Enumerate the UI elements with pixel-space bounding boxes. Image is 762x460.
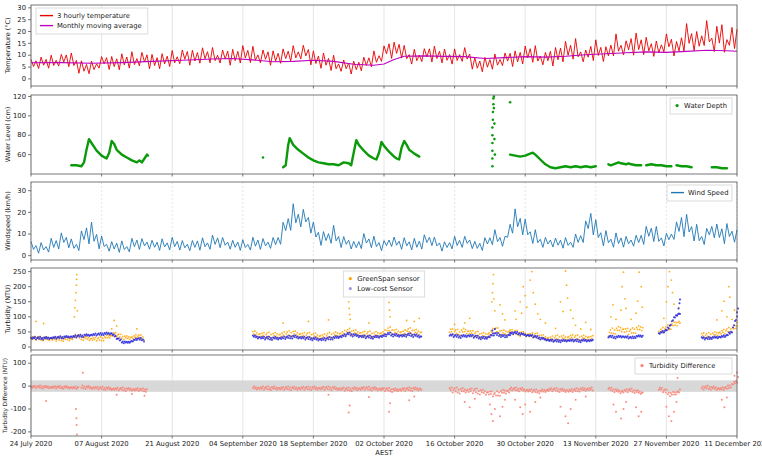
scatter-dot (38, 387, 40, 389)
scatter-dot (633, 389, 635, 391)
scatter-dot (460, 388, 462, 390)
scatter-dot (712, 332, 714, 334)
scatter-dot (487, 391, 489, 393)
scatter-dot (324, 333, 326, 335)
scatter-dot (380, 389, 382, 391)
scatter-dot (254, 334, 256, 336)
scatter-dot (268, 331, 270, 333)
scatter-dot (308, 321, 310, 323)
scatter-dot (76, 424, 78, 426)
scatter-dot (516, 331, 518, 333)
scatter-dot (295, 387, 297, 389)
panel-turbidity_difference: -200-1000100Turbidity Difference (NTU)Tu… (2, 355, 739, 439)
scatter-dot (641, 306, 643, 308)
scatter-dot (614, 336, 616, 338)
scatter-dot (286, 388, 288, 390)
scatter-dot (360, 332, 362, 334)
scatter-dot (93, 337, 95, 339)
scatter-dot (382, 331, 384, 333)
scatter-dot (560, 301, 562, 303)
scatter-dot (59, 385, 61, 387)
scatter-dot (94, 339, 96, 341)
scatter-dot (637, 329, 639, 331)
scatter-dot (505, 393, 507, 395)
y-tick-label: 50 (17, 328, 26, 336)
scatter-dot (499, 334, 501, 336)
scatter-dot (503, 392, 505, 394)
scatter-dot (534, 391, 536, 393)
scatter-dot (669, 271, 671, 273)
scatter-dot (114, 389, 116, 391)
scatter-dot (409, 389, 411, 391)
scatter-dot (342, 331, 344, 333)
legend-label: Monthly moving average (57, 22, 142, 30)
scatter-dot (409, 332, 411, 334)
scatter-dot (349, 328, 351, 330)
scatter-dot (633, 332, 635, 334)
scatter-dot (614, 391, 616, 393)
scatter-dot (610, 329, 612, 331)
scatter-dot (334, 386, 336, 388)
scatter-dot (61, 386, 63, 388)
scatter-dot (722, 331, 724, 333)
scatter-dot (381, 336, 383, 338)
scatter-dot (627, 328, 629, 330)
scatter-dot (479, 333, 481, 335)
scatter-dot (308, 336, 310, 338)
scatter-dot (590, 388, 592, 390)
scatter-dot (580, 341, 582, 343)
scatter-dot (538, 392, 540, 394)
scatter-dot (706, 387, 708, 389)
scatter-dot (290, 336, 292, 338)
scatter-dot (272, 333, 274, 335)
water-segment (71, 139, 148, 166)
scatter-dot (492, 283, 494, 285)
scatter-dot (305, 386, 307, 388)
scatter-dot (630, 329, 632, 331)
scatter-dot (615, 318, 617, 320)
scatter-dot (96, 340, 98, 342)
scatter-dot (716, 319, 718, 321)
scatter-dot (107, 337, 109, 339)
scatter-dot (467, 389, 469, 391)
scatter-dot (324, 337, 326, 339)
panel-water_level: 6080100120Water Level (cm)Water Depth (4, 93, 737, 177)
legend-label: Wind Speed (688, 189, 729, 197)
water-segment (283, 138, 419, 167)
scatter-dot (572, 334, 574, 336)
scatter-dot (316, 338, 318, 340)
scatter-dot (471, 387, 473, 389)
scatter-dot (461, 390, 463, 392)
scatter-dot (103, 334, 105, 336)
scatter-dot (305, 334, 307, 336)
scatter-dot (457, 334, 459, 336)
scatter-dot (331, 389, 333, 391)
scatter-dot (624, 298, 626, 300)
scatter-dot (661, 387, 663, 389)
scatter-dot (609, 389, 611, 391)
scatter-dot (328, 386, 330, 388)
scatter-dot (673, 411, 675, 413)
scatter-dot (397, 334, 399, 336)
scatter-dot (279, 389, 281, 391)
scatter-dot (508, 392, 510, 394)
scatter-dot (396, 388, 398, 390)
scatter-dot (559, 336, 561, 338)
y-tick-label: 10 (17, 230, 26, 238)
scatter-dot (490, 413, 492, 415)
scatter-dot (137, 387, 139, 389)
scatter-dot (483, 392, 485, 394)
scatter-dot (296, 332, 298, 334)
scatter-dot (311, 334, 313, 336)
scatter-dot (679, 322, 681, 324)
scatter-dot (660, 328, 662, 330)
scatter-dot (530, 388, 532, 390)
scatter-dot (105, 389, 107, 391)
y-tick-label: 200 (13, 283, 26, 291)
scatter-dot (514, 399, 516, 401)
scatter-dot (483, 332, 485, 334)
scatter-dot (111, 328, 113, 330)
scatter-dot (636, 327, 638, 329)
scatter-dot (461, 329, 463, 331)
scatter-dot (280, 338, 282, 340)
